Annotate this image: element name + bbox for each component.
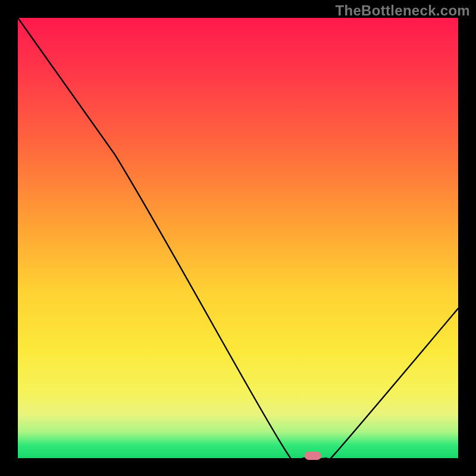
plot-area (18, 18, 458, 458)
curve-layer (18, 18, 458, 458)
watermark-text: TheBottleneck.com (336, 2, 470, 19)
chart-frame: TheBottleneck.com (0, 0, 476, 476)
optimal-marker (305, 452, 321, 460)
bottleneck-curve-path (18, 18, 458, 472)
